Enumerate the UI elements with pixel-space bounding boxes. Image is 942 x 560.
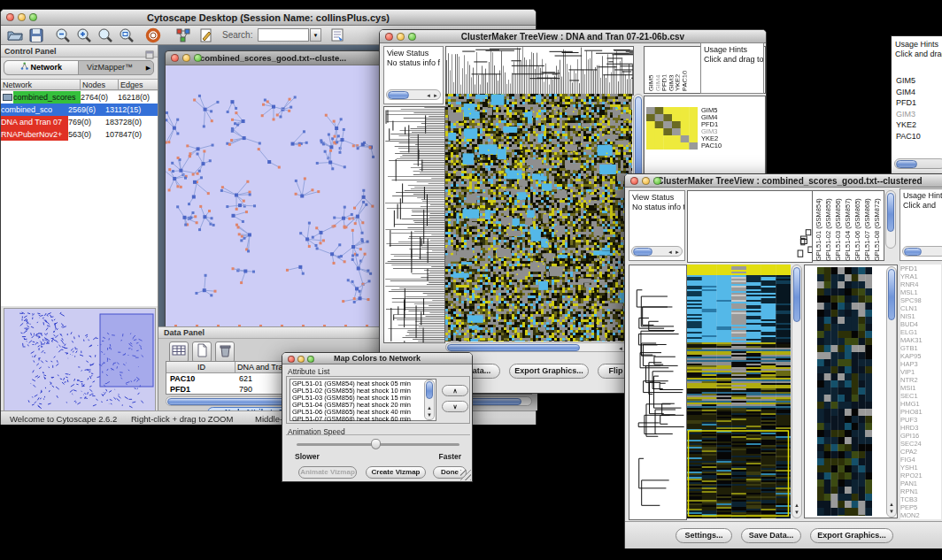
- main-titlebar[interactable]: Cytoscape Desktop (Session Name: collins…: [1, 10, 536, 26]
- gene-label[interactable]: YKE2: [896, 119, 942, 131]
- scroll-down-icon[interactable]: ▼: [794, 509, 799, 516]
- sliver-scrollbar[interactable]: [894, 158, 942, 169]
- gene-label[interactable]: NIS1: [900, 312, 941, 320]
- tab-vizmapper[interactable]: VizMapper™: [79, 61, 141, 74]
- gene-label[interactable]: YSH1: [900, 464, 941, 472]
- array-dendrogram[interactable]: [687, 190, 813, 263]
- array-label[interactable]: GIM3: [667, 49, 674, 91]
- gene-label[interactable]: PHO81: [900, 408, 941, 416]
- zoom-vscrollbar[interactable]: ▲ ▼: [886, 266, 897, 518]
- gene-label[interactable]: PAC10: [701, 142, 737, 150]
- gene-label[interactable]: KAP95: [900, 352, 941, 360]
- gene-label[interactable]: ELG1: [900, 328, 941, 336]
- treeview-dna-titlebar[interactable]: ClusterMaker TreeView : DNA and Tran 07-…: [380, 30, 766, 43]
- scroll-up-icon[interactable]: ▲: [794, 502, 799, 509]
- array-label[interactable]: GPL51-07 (GSM868): [863, 192, 873, 261]
- gene-label[interactable]: MON2: [900, 511, 941, 519]
- list-vscrollbar[interactable]: ▲ ▼: [424, 380, 435, 420]
- gene-label[interactable]: HAP3: [900, 360, 941, 368]
- gene-label[interactable]: GIM4: [896, 87, 942, 98]
- zoom-window-icon[interactable]: [408, 33, 416, 41]
- scroll-left-icon[interactable]: ◄: [668, 249, 673, 256]
- gene-label[interactable]: SPC98: [900, 296, 941, 304]
- network-list-row[interactable]: combined_sco 2569(6) 13112(15): [1, 104, 158, 116]
- tab-overflow-icon[interactable]: ▶: [143, 61, 154, 74]
- labels-vscrollbar[interactable]: [885, 190, 896, 249]
- gene-label[interactable]: PAN1: [900, 479, 941, 487]
- array-label[interactable]: GIM5: [646, 49, 653, 91]
- gene-label[interactable]: MAK31: [900, 336, 941, 344]
- gene-label[interactable]: VIP1: [900, 368, 941, 376]
- zoom-window-icon[interactable]: [653, 177, 661, 185]
- animate-vizmap-button[interactable]: Animate Vizmap: [298, 466, 357, 479]
- scroll-left-icon[interactable]: ◄: [426, 92, 431, 99]
- gene-label[interactable]: RPO21: [900, 472, 941, 479]
- network-view-titlebar[interactable]: combined_scores_good.txt--cluste...: [166, 51, 381, 65]
- attribute-item[interactable]: GPL51-07 (GSM868) heat shock 60 min: [292, 416, 423, 421]
- export-graphics-button[interactable]: Export Graphics...: [810, 528, 893, 543]
- array-dendrogram[interactable]: [445, 46, 634, 96]
- treeview-combined-titlebar[interactable]: ClusterMaker TreeView : combined_scores_…: [625, 174, 942, 188]
- hints-scrollbar[interactable]: [902, 246, 942, 257]
- zoom-heatmap[interactable]: [817, 267, 872, 516]
- network-list-row[interactable]: combined_scores 2764(0) 16218(0): [1, 91, 158, 104]
- gene-label[interactable]: HRD3: [900, 424, 941, 432]
- network-list-row[interactable]: RNAPuberNov2+ 563(0) 107847(0): [1, 128, 158, 141]
- col-edges[interactable]: Edges: [119, 80, 158, 89]
- array-label[interactable]: GPL51-08 (GSM872): [873, 192, 883, 261]
- gene-label[interactable]: GTB1: [900, 344, 941, 352]
- export-graphics-button[interactable]: Export Graphics...: [509, 364, 589, 379]
- gene-label[interactable]: BUD4: [900, 320, 941, 328]
- heatmap-vscrollbar[interactable]: ▲ ▼: [791, 265, 802, 518]
- network-list-row[interactable]: DNA and Tran 07 769(0) 183728(0): [1, 116, 158, 128]
- close-icon[interactable]: [630, 177, 638, 185]
- gene-label[interactable]: PUF3: [900, 416, 941, 424]
- array-label[interactable]: GIM4: [653, 49, 660, 91]
- delete-attribute-icon[interactable]: [215, 341, 235, 363]
- col-network[interactable]: Network: [1, 80, 81, 89]
- scroll-down-icon[interactable]: ▼: [889, 508, 894, 515]
- gene-label[interactable]: TCB3: [900, 495, 941, 503]
- minimize-icon[interactable]: [297, 356, 305, 363]
- gene-label[interactable]: NTR2: [900, 376, 941, 384]
- scroll-right-icon[interactable]: ►: [433, 92, 438, 99]
- gene-dendrogram[interactable]: [629, 265, 687, 520]
- create-vizmap-button[interactable]: Create Vizmap: [366, 466, 426, 479]
- gene-label[interactable]: SEC1: [900, 392, 941, 400]
- gene-label[interactable]: CLN1: [900, 304, 941, 312]
- main-heatmap[interactable]: [687, 265, 791, 518]
- close-icon[interactable]: [6, 13, 14, 21]
- dialog-titlebar[interactable]: Map Colors to Network: [282, 353, 472, 364]
- speed-slider-thumb[interactable]: [371, 439, 381, 449]
- gene-label[interactable]: SEC24: [900, 440, 941, 448]
- birdseye-view[interactable]: [4, 308, 156, 412]
- global-heatmap[interactable]: [445, 94, 632, 341]
- close-icon[interactable]: [171, 54, 179, 62]
- array-label[interactable]: GPL51-03 (GSM856): [834, 192, 844, 261]
- heatmap-hscrollbar[interactable]: ◄ ►: [445, 342, 633, 352]
- array-label[interactable]: GPL51-04 (GSM857): [844, 192, 853, 261]
- array-label[interactable]: GPL51-06 (GSM865): [853, 192, 863, 261]
- search-input[interactable]: [258, 28, 309, 42]
- col-nodes[interactable]: Nodes: [81, 80, 119, 89]
- gene-label[interactable]: YRA1: [900, 272, 941, 280]
- minimize-icon[interactable]: [642, 177, 650, 185]
- gene-label[interactable]: PFD1: [900, 265, 941, 272]
- gene-label[interactable]: GIM3: [896, 109, 942, 120]
- close-icon[interactable]: [288, 356, 295, 363]
- gene-label[interactable]: MSI1: [900, 384, 941, 392]
- scroll-down-icon[interactable]: ▼: [427, 411, 432, 418]
- gene-label[interactable]: RNR4: [900, 280, 941, 288]
- gene-label[interactable]: GPI16: [900, 432, 941, 440]
- gene-label[interactable]: MSL1: [900, 288, 941, 296]
- gene-label[interactable]: HMG1: [900, 400, 941, 408]
- zoom-window-icon[interactable]: [307, 356, 314, 363]
- close-icon[interactable]: [385, 33, 393, 41]
- minimize-icon[interactable]: [18, 13, 26, 21]
- gene-label[interactable]: PEP5: [900, 503, 941, 511]
- array-label[interactable]: PFD1: [660, 49, 667, 91]
- attribute-select-icon[interactable]: [169, 341, 189, 363]
- minimize-icon[interactable]: [182, 54, 190, 62]
- new-attribute-icon[interactable]: [192, 341, 212, 363]
- gene-label[interactable]: FIG4: [900, 456, 941, 464]
